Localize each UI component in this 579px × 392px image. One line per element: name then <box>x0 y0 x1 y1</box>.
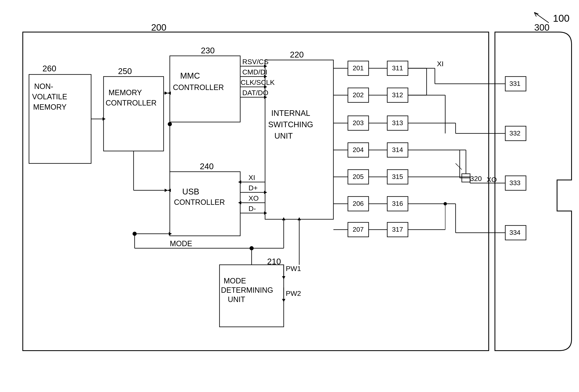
ref-205-label: 205 <box>353 173 364 180</box>
non-volatile-memory-label2: VOLATILE <box>32 93 67 101</box>
ref-334-label: 334 <box>509 229 520 236</box>
ref-206-label: 206 <box>353 200 364 207</box>
diagram-container: 100 200 300 NON- VOLATILE MEMORY 260 MEM… <box>0 0 579 392</box>
mmc-controller-label1: MMC <box>180 71 200 80</box>
memory-controller-label2: CONTROLLER <box>106 99 156 107</box>
ref-100-label: 100 <box>553 13 570 24</box>
dplus-label: D+ <box>248 184 258 192</box>
pw1-label: PW1 <box>286 265 301 273</box>
internal-switching-label1: INTERNAL <box>271 109 310 117</box>
ref-260-label: 260 <box>42 64 56 73</box>
non-volatile-memory-label3: MEMORY <box>33 103 67 111</box>
ref-200-label: 200 <box>151 22 166 32</box>
xi-right-label: XI <box>437 60 443 68</box>
internal-switching-label2: SWITCHING <box>268 120 313 129</box>
ref-220-label: 220 <box>290 50 304 59</box>
memory-controller-label1: MEMORY <box>109 88 142 97</box>
xi-usb-label: XI <box>248 173 255 181</box>
ref-332-label: 332 <box>509 129 520 137</box>
xo-usb-label: XO <box>248 194 259 202</box>
svg-rect-0 <box>0 0 579 392</box>
ref-240-label: 240 <box>200 162 214 171</box>
ref-313-label: 313 <box>392 119 403 127</box>
pw2-label: PW2 <box>286 289 301 297</box>
mode-determining-label3: UNIT <box>228 295 245 304</box>
ref-315-label: 315 <box>392 173 403 180</box>
ref-210-label: 210 <box>267 257 281 266</box>
ref-331-label: 331 <box>509 80 520 87</box>
ref-316-label: 316 <box>392 200 403 207</box>
mode-label: MODE <box>170 239 192 248</box>
mode-determining-label2: DETERMINING <box>221 286 273 294</box>
ref-207-label: 207 <box>353 226 364 233</box>
ref-230-label: 230 <box>201 46 215 55</box>
xo-right-label: XO <box>487 176 497 183</box>
ref-202-label: 202 <box>353 91 364 99</box>
ref-320-label: 320 <box>470 174 482 182</box>
non-volatile-memory-label1: NON- <box>34 82 53 91</box>
ref-312-label: 312 <box>392 91 403 99</box>
ref-314-label: 314 <box>392 146 403 154</box>
ref-300-label: 300 <box>534 22 549 32</box>
cmd-di-label: CMD/DI <box>242 68 267 76</box>
ref-311-label: 311 <box>392 64 403 72</box>
dminus-label: D- <box>248 205 256 213</box>
dat-do-label: DAT/DO <box>242 89 268 97</box>
ref-204-label: 204 <box>353 146 364 154</box>
ref-333-label: 333 <box>509 179 520 187</box>
usb-controller-label2: CONTROLLER <box>174 198 225 206</box>
ref-201-label: 201 <box>353 64 364 72</box>
internal-switching-label3: UNIT <box>274 132 293 140</box>
usb-controller-label1: USB <box>182 187 199 196</box>
clk-sclk-label: CLK/SCLK <box>241 78 275 86</box>
mmc-controller-label2: CONTROLLER <box>173 83 224 92</box>
mode-determining-label1: MODE <box>224 277 246 285</box>
rsv-cs-label: RSV/CS <box>242 58 269 65</box>
ref-250-label: 250 <box>118 67 132 76</box>
ref-203-label: 203 <box>353 119 364 127</box>
ref-317-label: 317 <box>392 226 403 233</box>
